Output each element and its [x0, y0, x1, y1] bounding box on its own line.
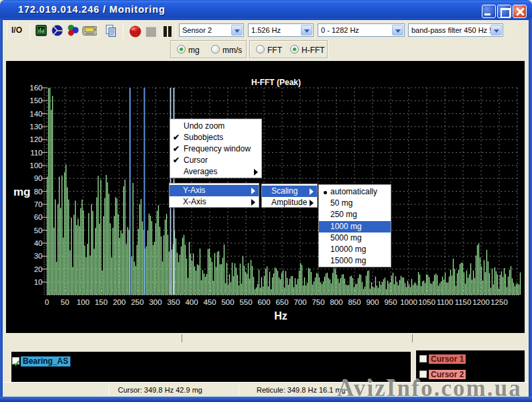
svg-text:1200: 1200 [472, 298, 490, 306]
svg-text:750: 750 [312, 298, 324, 306]
svg-text:160: 160 [29, 84, 42, 92]
svg-text:800: 800 [330, 298, 342, 306]
svg-text:140: 140 [29, 110, 42, 118]
svg-text:20: 20 [34, 265, 43, 273]
svg-text:50: 50 [61, 298, 70, 306]
svg-text:mg: mg [13, 186, 31, 198]
svg-text:150: 150 [29, 96, 42, 105]
svg-text:1050: 1050 [418, 298, 436, 306]
svg-text:400: 400 [185, 298, 198, 306]
svg-text:1000: 1000 [400, 298, 417, 306]
svg-text:0: 0 [45, 298, 49, 306]
svg-text:Hz: Hz [274, 310, 287, 322]
svg-text:150: 150 [94, 298, 107, 306]
svg-text:H-FFT (Peak): H-FFT (Peak) [251, 78, 301, 87]
svg-text:100: 100 [76, 298, 89, 306]
svg-text:100: 100 [29, 161, 42, 170]
svg-text:650: 650 [275, 298, 288, 306]
svg-text:90: 90 [34, 174, 43, 182]
svg-text:50: 50 [34, 226, 43, 234]
svg-text:1250: 1250 [490, 298, 508, 306]
svg-text:300: 300 [149, 298, 161, 306]
svg-text:30: 30 [34, 252, 43, 260]
svg-text:900: 900 [366, 298, 379, 306]
svg-text:110: 110 [30, 149, 42, 157]
svg-text:500: 500 [221, 298, 234, 306]
svg-text:40: 40 [34, 239, 43, 247]
svg-text:130: 130 [29, 123, 42, 131]
svg-text:1100: 1100 [437, 298, 454, 306]
svg-text:350: 350 [167, 298, 180, 306]
svg-text:550: 550 [239, 298, 252, 306]
svg-text:80: 80 [34, 188, 43, 196]
svg-text:60: 60 [34, 213, 43, 221]
svg-text:250: 250 [131, 298, 143, 306]
svg-text:120: 120 [29, 135, 42, 143]
svg-text:600: 600 [257, 298, 270, 306]
svg-text:950: 950 [384, 298, 397, 306]
svg-text:850: 850 [348, 298, 360, 306]
svg-text:1150: 1150 [455, 298, 472, 306]
svg-text:10: 10 [34, 278, 43, 286]
svg-text:450: 450 [203, 298, 216, 306]
svg-text:70: 70 [34, 200, 43, 208]
svg-text:700: 700 [293, 298, 306, 306]
svg-text:200: 200 [113, 298, 125, 306]
